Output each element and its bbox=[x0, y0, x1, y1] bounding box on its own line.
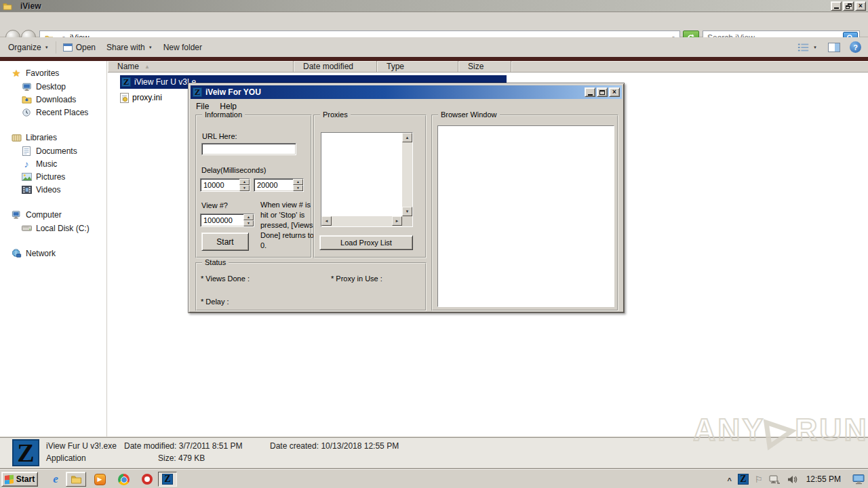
spinner-buttons: ▲ ▼ bbox=[293, 179, 303, 191]
spin-up-button[interactable]: ▲ bbox=[239, 179, 250, 185]
z-app-icon: Z bbox=[162, 474, 173, 485]
views-note-text: When view # is hit or 'Stop' is pressed,… bbox=[260, 200, 314, 251]
scroll-left-button[interactable]: ◄ bbox=[321, 216, 332, 226]
opera-icon[interactable] bbox=[140, 472, 154, 486]
internet-explorer-icon[interactable]: e bbox=[49, 472, 62, 486]
navigation-bar: ← → ▼ iView ▼ bbox=[0, 12, 868, 37]
network-icon bbox=[11, 248, 22, 259]
scroll-down-button[interactable]: ▼ bbox=[402, 207, 412, 216]
sidebar-item-local-disk[interactable]: Local Disk (C:) bbox=[0, 222, 106, 235]
spin-up-button[interactable]: ▲ bbox=[243, 214, 254, 220]
sidebar-item-recent-places[interactable]: Recent Places bbox=[0, 106, 106, 119]
show-hidden-icons-button[interactable]: ^ bbox=[728, 476, 732, 485]
proxy-in-use-label: * Proxy in Use : bbox=[331, 274, 382, 283]
view-count-label: View #? bbox=[201, 201, 228, 209]
view-count-value: 1000000 bbox=[201, 214, 243, 226]
sidebar-label: Recent Places bbox=[36, 108, 88, 117]
delay-min-spinner[interactable]: 10000 ▲ ▼ bbox=[200, 178, 250, 192]
delay-max-value: 20000 bbox=[254, 179, 293, 191]
caret-down-icon: ▼ bbox=[149, 45, 153, 49]
column-headers: Name ▲ Date modified Type Size bbox=[108, 61, 868, 73]
maximize-icon bbox=[599, 90, 605, 95]
organize-button[interactable]: Organize ▼ bbox=[3, 40, 54, 55]
change-view-button[interactable]: ▼ bbox=[797, 43, 817, 52]
scroll-right-button[interactable]: ► bbox=[392, 216, 402, 226]
watermark-any: ANY bbox=[693, 411, 765, 448]
sidebar-label: Favorites bbox=[26, 68, 59, 78]
sidebar-item-favorites[interactable]: ★ Favorites bbox=[0, 66, 106, 80]
sidebar-item-pictures[interactable]: Pictures bbox=[0, 170, 106, 183]
z-app-icon: Z bbox=[121, 77, 131, 87]
spin-down-button[interactable]: ▼ bbox=[293, 185, 303, 191]
url-label: URL Here: bbox=[202, 132, 237, 140]
dialog-maximize-button[interactable] bbox=[597, 87, 608, 97]
column-header-date-modified[interactable]: Date modified bbox=[294, 61, 377, 73]
view-count-spinner[interactable]: 1000000 ▲ ▼ bbox=[200, 214, 254, 227]
sidebar-item-network[interactable]: Network bbox=[0, 247, 106, 260]
desktop-screen: iView × ← → ▼ iView ▼ O bbox=[0, 0, 868, 488]
chrome-logo bbox=[118, 474, 130, 485]
ini-file-icon bbox=[120, 93, 129, 103]
sidebar-item-documents[interactable]: Documents bbox=[0, 144, 106, 157]
column-header-type[interactable]: Type bbox=[377, 61, 458, 73]
open-button[interactable]: Open bbox=[58, 40, 101, 55]
sidebar-item-libraries[interactable]: Libraries bbox=[0, 131, 106, 144]
browser-window-legend: Browser Window bbox=[438, 110, 500, 119]
url-input[interactable] bbox=[201, 143, 296, 155]
dialog-close-button[interactable]: × bbox=[609, 87, 620, 97]
details-date-modified: Date modified: 3/7/2011 8:51 PM bbox=[124, 441, 243, 451]
help-button[interactable]: ? bbox=[850, 41, 861, 53]
spin-down-button[interactable]: ▼ bbox=[243, 220, 254, 226]
clock[interactable]: 12:55 PM bbox=[806, 474, 841, 484]
file-row-ini[interactable]: proxy.ini bbox=[120, 92, 162, 104]
column-header-size[interactable]: Size bbox=[458, 61, 511, 73]
z-app-task-button[interactable]: Z bbox=[158, 472, 177, 487]
taskbar: Start e ▶ Z ^ Z ⚐ 12:55 PM bbox=[0, 469, 868, 488]
network-tray-icon[interactable] bbox=[769, 474, 781, 485]
share-with-button[interactable]: Share with ▼ bbox=[101, 40, 158, 55]
start-button[interactable]: Start bbox=[1, 472, 38, 487]
minimize-icon bbox=[588, 94, 593, 96]
explorer-titlebar[interactable]: iView × bbox=[0, 0, 868, 12]
navigation-pane: ★ Favorites Desktop Downloads Recent Pla… bbox=[0, 61, 107, 436]
z-tray-icon[interactable]: Z bbox=[738, 474, 749, 485]
horizontal-scrollbar[interactable]: ◄ ► bbox=[321, 216, 402, 226]
dialog-titlebar[interactable]: Z iVeiw For YOU × bbox=[191, 85, 622, 99]
z-app-icon: Z bbox=[193, 87, 202, 97]
minimize-button[interactable] bbox=[831, 1, 842, 11]
start-label: Start bbox=[16, 474, 35, 484]
sidebar-item-videos[interactable]: Videos bbox=[0, 183, 106, 196]
anyrun-watermark: ANY ▷ RUN bbox=[693, 409, 868, 450]
vertical-scrollbar[interactable]: ▲ ▼ bbox=[402, 133, 412, 216]
sidebar-item-downloads[interactable]: Downloads bbox=[0, 93, 106, 106]
sidebar-item-desktop[interactable]: Desktop bbox=[0, 80, 106, 93]
action-center-flag-icon[interactable]: ⚐ bbox=[755, 474, 763, 485]
new-folder-button[interactable]: New folder bbox=[158, 40, 208, 55]
sidebar-label: Local Disk (C:) bbox=[36, 224, 90, 233]
proxy-list-view[interactable] bbox=[321, 133, 402, 216]
dialog-minimize-button[interactable] bbox=[585, 87, 595, 97]
spin-up-button[interactable]: ▲ bbox=[293, 179, 303, 185]
spinner-buttons: ▲ ▼ bbox=[243, 214, 254, 226]
open-label: Open bbox=[76, 43, 96, 52]
scroll-up-button[interactable]: ▲ bbox=[402, 133, 412, 142]
proxy-listbox[interactable]: ▲ ▼ ◄ ► bbox=[321, 132, 413, 227]
show-desktop-button[interactable] bbox=[852, 474, 865, 485]
load-proxy-list-button[interactable]: Load Proxy List bbox=[319, 235, 413, 250]
close-button[interactable]: × bbox=[855, 1, 866, 11]
media-player-icon[interactable]: ▶ bbox=[93, 472, 106, 486]
star-icon: ★ bbox=[11, 68, 22, 79]
spin-down-button[interactable]: ▼ bbox=[239, 185, 250, 191]
delay-min-value: 10000 bbox=[201, 179, 239, 191]
restore-button[interactable] bbox=[843, 1, 854, 11]
chrome-icon[interactable] bbox=[117, 472, 130, 486]
sidebar-item-computer[interactable]: Computer bbox=[0, 208, 106, 222]
caret-down-icon: ▼ bbox=[45, 45, 49, 49]
column-header-name[interactable]: Name ▲ bbox=[108, 61, 294, 73]
sidebar-item-music[interactable]: ♪ Music bbox=[0, 157, 106, 170]
preview-pane-button[interactable] bbox=[828, 43, 840, 52]
delay-max-spinner[interactable]: 20000 ▲ ▼ bbox=[254, 178, 304, 192]
start-views-button[interactable]: Start bbox=[201, 232, 249, 251]
volume-tray-icon[interactable] bbox=[787, 474, 798, 485]
explorer-task-button[interactable] bbox=[66, 472, 86, 487]
